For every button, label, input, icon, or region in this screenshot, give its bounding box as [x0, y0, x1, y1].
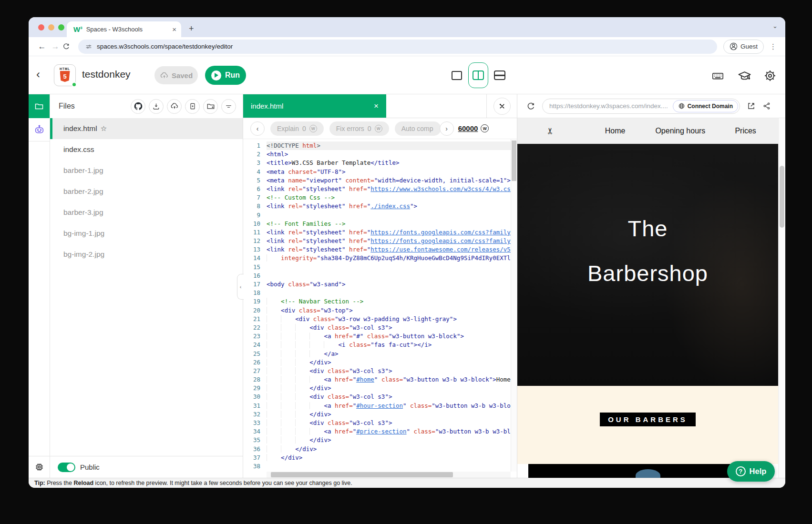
run-button[interactable]: Run: [205, 66, 246, 85]
code-line[interactable]: 7<!-- Custom Css -->: [243, 193, 517, 202]
files-rail-button[interactable]: [29, 94, 50, 118]
maximize-window-button[interactable]: [58, 24, 64, 30]
browser-menu-icon[interactable]: ⋮: [770, 42, 777, 51]
code-line[interactable]: 35 </div>: [243, 436, 517, 444]
layout-split-horizontal-button[interactable]: [494, 71, 505, 80]
new-folder-button[interactable]: [203, 99, 218, 114]
scrollbar-thumb[interactable]: [512, 141, 516, 181]
scrollbar-thumb[interactable]: [271, 472, 453, 477]
code-line[interactable]: 36 </div>: [243, 445, 517, 453]
code-line[interactable]: 10<!-- Font Families -->: [243, 220, 517, 228]
browser-tab[interactable]: W3 Spaces - W3schools ×: [67, 21, 181, 37]
browser-forward-icon[interactable]: →: [49, 42, 62, 51]
code-line[interactable]: 9: [243, 211, 517, 220]
tutorials-button[interactable]: [737, 69, 751, 83]
public-toggle[interactable]: [58, 463, 75, 472]
code-line[interactable]: 38: [243, 462, 517, 471]
code-line[interactable]: 32 </div>: [243, 410, 517, 419]
code-line[interactable]: 6<link rel="stylesheet" href="https://ww…: [243, 185, 517, 193]
file-item[interactable]: index.html☆: [50, 118, 243, 139]
preview-reload-button[interactable]: [526, 101, 535, 111]
tab-search-chevron-icon[interactable]: ⌄: [772, 22, 778, 30]
code-line[interactable]: 37 </div>: [243, 453, 517, 462]
ai-next-button[interactable]: ›: [440, 121, 454, 136]
credits-count[interactable]: 60000: [458, 124, 478, 132]
new-tab-button[interactable]: +: [189, 24, 194, 33]
filter-files-button[interactable]: [221, 99, 236, 114]
site-nav-link[interactable]: Opening hours: [648, 118, 713, 144]
github-import-button[interactable]: [131, 99, 145, 114]
code-line[interactable]: 16: [243, 272, 517, 280]
code-line[interactable]: 27 <div class="w3-col s3">: [243, 367, 517, 375]
explain-button[interactable]: Explain0 W: [270, 121, 324, 136]
code-line[interactable]: 28 <a href="#home" class="w3-button w3-b…: [243, 375, 517, 384]
download-files-button[interactable]: [149, 99, 164, 114]
file-item[interactable]: bg-img-1.jpg: [50, 223, 243, 244]
ai-prev-button[interactable]: ‹: [250, 121, 265, 136]
site-nav-link[interactable]: Prices: [713, 118, 778, 144]
file-item[interactable]: barber-2.jpg: [50, 181, 243, 202]
guest-profile-button[interactable]: Guest: [723, 40, 764, 54]
keyboard-shortcuts-button[interactable]: [710, 69, 725, 83]
code-line[interactable]: 30 <div class="w3-col s3">: [243, 393, 517, 401]
minimize-window-button[interactable]: [48, 24, 54, 30]
share-button[interactable]: [762, 101, 771, 111]
code-line[interactable]: 31 <a href="#hour-section" class="w3-but…: [243, 402, 517, 410]
back-to-spaces-button[interactable]: ‹: [36, 68, 40, 81]
code-line[interactable]: 20 <div class="w3-top">: [243, 306, 517, 315]
layout-single-pane-button[interactable]: [452, 71, 462, 80]
saved-button[interactable]: Saved: [154, 66, 198, 84]
file-item[interactable]: barber-3.jpg: [50, 202, 243, 223]
code-line[interactable]: 1<!DOCTYPE html>: [243, 141, 517, 150]
code-line[interactable]: 2<html>: [243, 150, 517, 159]
close-editor-tab-icon[interactable]: ×: [374, 101, 379, 111]
auto-complete-button[interactable]: Auto comp: [395, 121, 441, 136]
file-item[interactable]: bg-img-2.jpg: [50, 244, 243, 265]
code-line[interactable]: 13<link rel="stylesheet" href="https://u…: [243, 245, 517, 254]
code-line[interactable]: 21 <div class="w3-row w3-padding w3-ligh…: [243, 315, 517, 323]
code-line[interactable]: 4<meta charset="UTF-8">: [243, 168, 517, 176]
code-line[interactable]: 29 </div>: [243, 384, 517, 393]
code-editor[interactable]: 1<!DOCTYPE html>2<html>3<title>W3.CSS Ba…: [243, 139, 517, 478]
ai-assistant-button[interactable]: [29, 118, 50, 141]
code-line[interactable]: 8<link rel="stylesheet" href="./index.cs…: [243, 202, 517, 211]
editor-vertical-scrollbar[interactable]: [511, 139, 517, 472]
preview-scrollbar[interactable]: [778, 118, 785, 478]
code-line[interactable]: 3<title>W3.CSS Barber Template</title>: [243, 159, 517, 167]
code-line[interactable]: 33 <div class="w3-col s3">: [243, 419, 517, 427]
collapse-files-handle[interactable]: ‹: [237, 274, 244, 300]
browser-reload-icon[interactable]: [62, 42, 75, 50]
code-line[interactable]: 19 <!-- Navbar Section -->: [243, 297, 517, 306]
code-line[interactable]: 22 <div class="w3-col s3">: [243, 323, 517, 332]
star-icon[interactable]: ☆: [101, 124, 107, 133]
code-line[interactable]: 14 integrity="sha384-DyZ88mC6Up2uqS4h/KR…: [243, 254, 517, 262]
code-line[interactable]: 12<link rel="stylesheet" href="https://f…: [243, 237, 517, 245]
code-line[interactable]: 15: [243, 263, 517, 272]
help-button[interactable]: ? Help: [727, 461, 775, 482]
preview-url-field[interactable]: https://testdonkey.w3spaces.com/index...…: [542, 99, 740, 114]
editor-tools-button[interactable]: [493, 98, 511, 115]
scrollbar-thumb[interactable]: [780, 166, 784, 228]
editor-tab-index-html[interactable]: index.html ×: [243, 94, 386, 118]
code-line[interactable]: 25 </a>: [243, 350, 517, 358]
site-nav-logo[interactable]: ✂: [517, 118, 583, 144]
code-line[interactable]: 34 <a href="#price-section" class="w3-bu…: [243, 427, 517, 436]
settings-button[interactable]: [763, 69, 777, 83]
file-item[interactable]: index.css: [50, 139, 243, 160]
site-nav-link[interactable]: Home: [583, 118, 648, 144]
close-tab-icon[interactable]: ×: [172, 25, 176, 33]
code-line[interactable]: 26 </div>: [243, 358, 517, 367]
editor-horizontal-scrollbar[interactable]: [267, 472, 511, 478]
environment-button[interactable]: [29, 456, 50, 478]
close-window-button[interactable]: [38, 24, 44, 30]
file-item[interactable]: barber-1.jpg: [50, 160, 243, 181]
code-line[interactable]: 23 <a href="#" class="w3-button w3-block…: [243, 332, 517, 341]
site-settings-icon[interactable]: [85, 43, 93, 50]
browser-address-bar[interactable]: spaces.w3schools.com/space/testdonkey/ed…: [78, 40, 717, 54]
upload-files-button[interactable]: [167, 99, 182, 114]
fix-errors-button[interactable]: Fix errors0 W: [329, 121, 389, 136]
new-file-button[interactable]: [185, 99, 200, 114]
code-line[interactable]: 24 <i class="fas fa-cut"></i>: [243, 341, 517, 349]
browser-back-icon[interactable]: ←: [35, 42, 49, 51]
open-in-new-tab-button[interactable]: [747, 101, 756, 111]
